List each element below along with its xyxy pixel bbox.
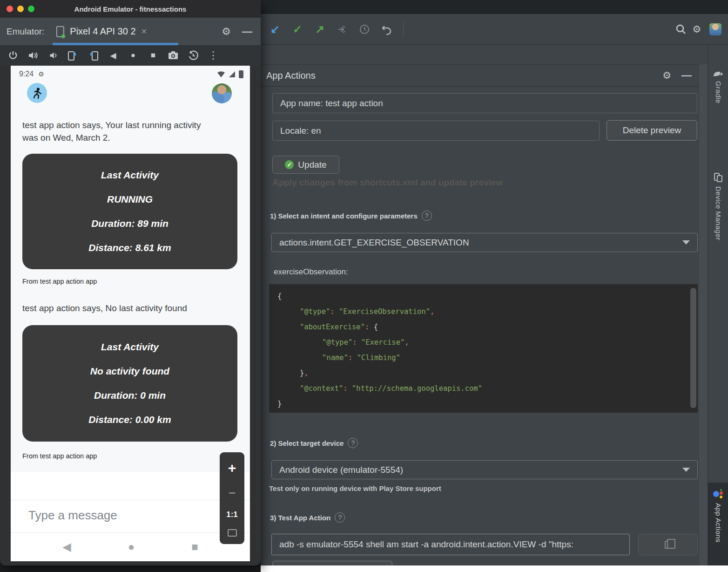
studio-toolbar: ↙ ✓ ↗ ⚙ [261, 14, 728, 45]
card-line: Distance: 0.00 km [88, 414, 171, 425]
device-manager-icon [713, 172, 723, 183]
intent-dropdown[interactable]: actions.intent.GET_EXERCISE_OBSERVATION [271, 233, 698, 252]
volume-up-icon[interactable] [26, 48, 40, 62]
chevron-down-icon [682, 468, 690, 472]
volume-down-icon[interactable] [46, 48, 60, 62]
copy-icon [665, 541, 671, 549]
tab-app-actions[interactable]: App Actions [708, 483, 728, 572]
rotate-right-icon[interactable] [86, 48, 100, 62]
activity-card: Last Activity No activity found Duration… [22, 325, 237, 442]
code-scrollbar[interactable] [690, 288, 696, 408]
assistant-bot-avatar [27, 83, 47, 103]
card-line: Duration: 89 min [91, 218, 169, 229]
update-check-icon: ✓ [285, 160, 294, 169]
undo-icon[interactable] [379, 21, 395, 37]
screenshot-camera-icon[interactable] [166, 48, 180, 62]
code-line: { [277, 289, 698, 304]
power-icon[interactable] [6, 48, 20, 62]
phone-screen: 9:24 ⚙ test app action says, Your last r… [11, 66, 250, 561]
profile-avatar[interactable] [709, 23, 721, 35]
device-tab[interactable]: Pixel 4 API 30 2 × [56, 18, 147, 45]
nav-overview-icon[interactable]: ■ [191, 540, 198, 553]
toolbar-separator [403, 21, 404, 37]
input-divider [11, 500, 250, 500]
studio-titlebar [261, 0, 728, 14]
zoom-in-button[interactable]: + [228, 460, 236, 476]
emulator-controls-toolbar: ◀ ● ■ ⋮ [0, 45, 261, 66]
signal-icon [228, 71, 236, 78]
home-icon[interactable]: ● [126, 48, 140, 62]
emulator-label: Emulator: [7, 27, 44, 37]
locale-field[interactable] [272, 121, 600, 141]
copy-command-button[interactable] [638, 534, 698, 555]
delete-preview-button[interactable]: Delete preview [607, 120, 697, 141]
run-check-icon[interactable]: ✓ [290, 21, 305, 37]
chevron-down-icon [682, 240, 690, 245]
emulator-minimize-icon[interactable]: — [242, 26, 252, 38]
panel-scrollbar[interactable] [699, 64, 708, 565]
search-icon[interactable] [673, 21, 689, 37]
message-input[interactable] [28, 508, 205, 523]
nav-back-icon[interactable]: ◀ [62, 540, 71, 553]
attach-debugger-icon[interactable] [334, 21, 350, 37]
snapshots-icon[interactable] [186, 48, 200, 62]
zoom-out-button[interactable]: − [229, 486, 236, 500]
update-button[interactable]: ✓ Update [272, 156, 339, 174]
delete-preview-label: Delete preview [623, 125, 681, 136]
code-line: "name": "Climbing" [277, 350, 698, 366]
panel-gear-icon[interactable]: ⚙ [662, 70, 671, 81]
section1-text: 1) Select an intent and configure parame… [270, 212, 418, 220]
activity-card: Last Activity RUNNING Duration: 89 min D… [22, 154, 237, 269]
nav-home-icon[interactable]: ● [128, 540, 135, 553]
adb-command-field[interactable] [271, 534, 630, 555]
android-emulator-window: Android Emulator - fitnessactions Emulat… [0, 0, 261, 565]
tab-device-manager-label: Device Manager [715, 186, 722, 240]
section1-label: 1) Select an intent and configure parame… [270, 211, 432, 221]
battery-icon [239, 70, 243, 78]
close-tab-icon[interactable]: × [142, 26, 147, 37]
emulator-settings-gear-icon[interactable]: ⚙ [222, 26, 231, 37]
user-avatar [212, 83, 232, 103]
gradle-elephant-icon [713, 70, 724, 77]
update-hint-text: Apply changes from shortcuts.xml and upd… [272, 177, 503, 188]
runner-icon [31, 87, 43, 99]
card-line: Distance: 8.61 km [88, 242, 171, 253]
help-icon[interactable]: ? [422, 211, 432, 221]
fit-to-window-icon[interactable] [228, 529, 237, 537]
profiler-arrow-icon[interactable]: ↗ [312, 21, 328, 37]
emulator-titlebar: Android Emulator - fitnessactions [0, 0, 261, 18]
target-device-dropdown[interactable]: Android device (emulator-5554) [271, 460, 698, 479]
chat-message: test app action says, Your last running … [22, 119, 209, 144]
tab-gradle[interactable]: Gradle [708, 70, 728, 103]
history-clock-icon[interactable] [357, 21, 372, 37]
background-window-strip [261, 565, 728, 572]
close-window-button[interactable] [7, 6, 13, 12]
update-label: Update [298, 160, 326, 170]
device-note: Test only on running device with Play St… [269, 484, 441, 492]
tab-device-manager[interactable]: Device Manager [708, 172, 728, 240]
rotate-left-icon[interactable] [66, 48, 80, 62]
app-name-field[interactable] [272, 93, 697, 113]
parameter-label: exerciseObservation: [274, 267, 348, 277]
panel-minimize-icon[interactable]: — [681, 69, 692, 82]
code-line: "aboutExercise": { [277, 320, 698, 335]
minimize-window-button[interactable] [17, 6, 24, 12]
zoom-window-button[interactable] [28, 6, 34, 12]
step-into-icon[interactable]: ↙ [267, 21, 283, 37]
app-actions-panel-header: App Actions ⚙ — [261, 64, 699, 87]
more-options-icon[interactable]: ⋮ [206, 48, 220, 62]
chat-message: test app action says, No last activity f… [22, 302, 227, 314]
settings-gear-icon[interactable]: ⚙ [689, 21, 705, 37]
emulator-tab-row: Emulator: Pixel 4 API 30 2 × ⚙ — [0, 18, 261, 45]
device-tab-title: Pixel 4 API 30 2 [70, 26, 135, 37]
device-phone-icon [56, 26, 64, 37]
help-icon[interactable]: ? [335, 512, 345, 523]
section3-label: 3) Test App Action ? [270, 512, 345, 523]
back-icon[interactable]: ◀ [106, 48, 120, 62]
help-icon[interactable]: ? [348, 438, 358, 448]
zoom-reset-button[interactable]: 1:1 [226, 510, 238, 519]
overview-icon[interactable]: ■ [146, 48, 160, 62]
intent-parameters-code-editor[interactable]: { "@type": "ExerciseObservation", "about… [269, 284, 698, 413]
section3-text: 3) Test App Action [270, 514, 330, 522]
section2-text: 2) Select target device [270, 439, 344, 447]
